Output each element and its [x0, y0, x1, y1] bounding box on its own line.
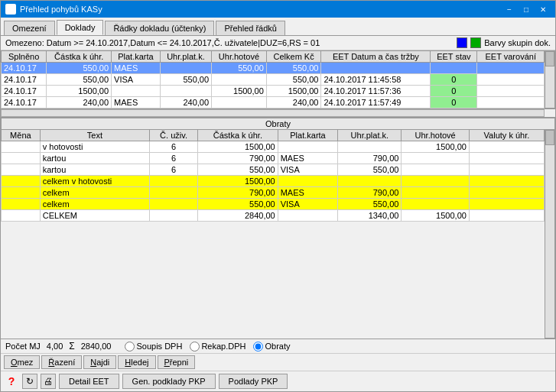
- table-row[interactable]: 24.10.17550,00MAES550,00550,00: [2, 63, 545, 74]
- radio-soupis-input[interactable]: [125, 342, 135, 352]
- table-cell: 1500,00: [402, 210, 469, 222]
- print-icon[interactable]: 🖨: [41, 374, 56, 389]
- blue-color-box: [457, 37, 467, 48]
- table-cell: [2, 153, 41, 164]
- table-cell: [402, 153, 469, 164]
- close-button[interactable]: ✕: [535, 3, 551, 15]
- radio-obraty-input[interactable]: [253, 342, 263, 352]
- titlebar: Přehled pohybů KASy − □ ✕: [1, 1, 555, 18]
- table-cell: VISA: [112, 74, 161, 86]
- table-cell: [338, 176, 402, 187]
- table-cell: [212, 74, 267, 86]
- podklady-button[interactable]: Podlady PKP: [219, 374, 288, 389]
- table-cell: 24.10.17: [2, 86, 47, 97]
- suma-value: 2840,00: [81, 342, 112, 351]
- hscrollbar[interactable]: [1, 109, 545, 117]
- radio-obraty-label: Obraty: [265, 342, 290, 351]
- table-cell: 24.10.2017 11:57:49: [321, 97, 431, 109]
- table-cell: MAES: [112, 63, 161, 74]
- table-cell: [469, 210, 544, 222]
- tabs-bar: Omezení Doklady Řádky dokladu (účtenky) …: [1, 18, 555, 36]
- table-cell: 0: [431, 97, 477, 109]
- th-c-uziv: Č. uživ.: [150, 130, 198, 141]
- table-cell: 0: [431, 74, 477, 86]
- prepni-label: řepni: [170, 358, 188, 367]
- table-cell: 24.10.17: [2, 63, 47, 74]
- razeni-button[interactable]: Řazení: [41, 355, 82, 369]
- table-cell: 1500,00: [47, 86, 112, 97]
- detail-eet-button[interactable]: Detail EET: [59, 374, 119, 389]
- table-cell: [150, 210, 198, 222]
- table-cell: MAES: [278, 153, 338, 164]
- top-table: Splněno Částka k úhr. Plat.karta Uhr.pla…: [1, 50, 545, 109]
- table-cell: [278, 176, 338, 187]
- th-eet-stav: EET stav: [431, 51, 477, 63]
- table-cell: 550,00: [198, 164, 278, 176]
- maximize-button[interactable]: □: [519, 3, 534, 15]
- filter-bar: Omezeno: Datum >= 24.10.2017,Datum <= 24…: [1, 36, 555, 50]
- najdi-label: ajdi: [96, 358, 109, 367]
- table-cell: [469, 176, 544, 187]
- table-row[interactable]: 24.10.17550,00VISA550,00550,0024.10.2017…: [2, 74, 545, 86]
- list-item[interactable]: CELKEM2840,001340,001500,00: [2, 210, 545, 222]
- table-row[interactable]: 24.10.171500,001500,001500,0024.10.2017 …: [2, 86, 545, 97]
- table-cell: 1500,00: [266, 86, 321, 97]
- bottom-table: Měna Text Č. uživ. Částka k úhr. Plat.ka…: [1, 129, 545, 222]
- radio-rekap-input[interactable]: [190, 342, 200, 352]
- radio-obraty[interactable]: Obraty: [253, 342, 290, 352]
- bottom-scrollbar-v[interactable]: [545, 129, 555, 339]
- list-item[interactable]: celkem790,00MAES790,00: [2, 187, 545, 199]
- table-cell: [150, 176, 198, 187]
- top-scrollbar-thumb: [545, 51, 554, 66]
- action-buttons: Omez Řazení Najdi Hledej Přepni: [1, 353, 555, 371]
- radio-rekap-label: Rekap.DPH: [201, 342, 245, 351]
- reload-icon[interactable]: ↻: [22, 374, 37, 389]
- table-cell: 2840,00: [198, 210, 278, 222]
- top-table-container: Splněno Částka k úhr. Plat.karta Uhr.pla…: [1, 50, 545, 109]
- th-text: Text: [40, 130, 149, 141]
- table-cell: 24.10.2017 11:45:58: [321, 74, 431, 86]
- th-o-uhr-hot: Uhr.hotové: [402, 130, 469, 141]
- prepni-button[interactable]: Přepni: [158, 355, 196, 369]
- najdi-button[interactable]: Najdi: [83, 355, 116, 369]
- radio-rekap[interactable]: Rekap.DPH: [190, 342, 245, 352]
- top-scrollbar-v[interactable]: [545, 50, 555, 109]
- tab-radky[interactable]: Řádky dokladu (účtenky): [105, 21, 214, 35]
- question-icon[interactable]: ?: [4, 374, 19, 389]
- list-item[interactable]: kartou6550,00VISA550,00: [2, 164, 545, 176]
- omez-button[interactable]: Omez: [4, 355, 40, 369]
- table-cell: 550,00: [47, 74, 112, 86]
- table-cell: [212, 97, 267, 109]
- table-cell: 790,00: [338, 153, 402, 164]
- minimize-button[interactable]: −: [502, 3, 517, 15]
- table-cell: 550,00: [266, 74, 321, 86]
- tab-doklady[interactable]: Doklady: [57, 20, 104, 35]
- color-legend: Barvy skupin dok.: [457, 37, 551, 48]
- list-item[interactable]: celkem v hotovosti1500,00: [2, 176, 545, 187]
- tab-omezeni[interactable]: Omezení: [4, 21, 55, 35]
- list-item[interactable]: v hotovosti61500,001500,00: [2, 141, 545, 153]
- hledej-button[interactable]: Hledej: [118, 355, 155, 369]
- bottom-scrollbar-thumb: [545, 130, 554, 145]
- table-cell: [150, 187, 198, 199]
- table-cell: [278, 141, 338, 153]
- gen-button[interactable]: Gen. podklady PKP: [122, 374, 216, 389]
- th-eet-var: EET varování: [477, 51, 545, 63]
- titlebar-controls: − □ ✕: [502, 3, 551, 15]
- table-cell: [321, 63, 431, 74]
- list-item[interactable]: kartou6790,00MAES790,00: [2, 153, 545, 164]
- table-cell: 550,00: [338, 199, 402, 210]
- table-cell: 1340,00: [338, 210, 402, 222]
- titlebar-title: Přehled pohybů KASy: [5, 4, 102, 15]
- top-table-wrapper: Splněno Částka k úhr. Plat.karta Uhr.pla…: [1, 50, 555, 109]
- table-row[interactable]: 24.10.17240,00MAES240,00240,0024.10.2017…: [2, 97, 545, 109]
- radio-soupis[interactable]: Soupis DPH: [125, 342, 182, 352]
- table-cell: [2, 187, 41, 199]
- table-cell: 1500,00: [198, 141, 278, 153]
- list-item[interactable]: celkem550,00VISA550,00: [2, 199, 545, 210]
- th-o-karta: Plat.karta: [278, 130, 338, 141]
- tab-prehled[interactable]: Přehled řádků: [216, 21, 285, 35]
- table-cell: celkem: [40, 187, 149, 199]
- footer-bar: Počet MJ 4,00 Σ 2840,00 Soupis DPH Rekap…: [1, 339, 555, 353]
- table-cell: [469, 153, 544, 164]
